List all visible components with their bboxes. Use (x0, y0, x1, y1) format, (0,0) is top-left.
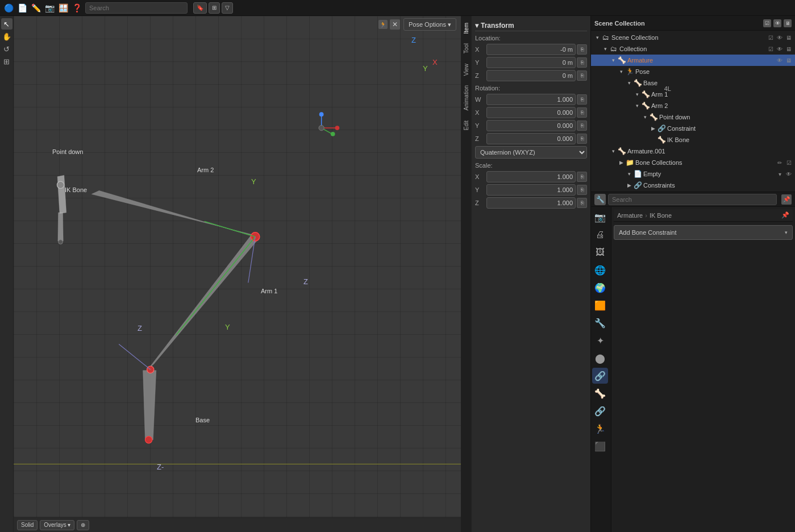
outliner-visibility-btn[interactable]: 👁 (773, 19, 781, 27)
pose-close-btn[interactable]: ✕ (390, 19, 400, 30)
constraint-icon-btn[interactable]: 🔗 (592, 368, 608, 384)
modifier-icon-btn[interactable]: 🔧 (592, 315, 608, 331)
scale-z-input[interactable] (486, 197, 576, 209)
tab-animation[interactable]: Animation (462, 81, 471, 115)
top-search-input[interactable] (85, 2, 188, 14)
tree-constraints[interactable]: ▶ 🔗 Constraints (591, 180, 795, 191)
boneconstraint-icon-btn[interactable]: 🔗 (592, 403, 608, 419)
eye-icon-arm[interactable]: 👁 (776, 56, 784, 64)
tree-ikbone[interactable]: 🦴 IK Bone (591, 134, 795, 146)
rotation-z-input[interactable] (486, 133, 576, 144)
scale-y-input[interactable] (486, 184, 576, 196)
viewport-shading-btn[interactable]: Solid (17, 520, 38, 530)
tab-edit[interactable]: Edit (462, 116, 471, 135)
arrow-pointdown: ▾ (641, 114, 649, 120)
outliner-render-btn[interactable]: 🖥 (784, 19, 792, 27)
tree-bonecollections[interactable]: ▶ 📁 Bone Collections ✏ ☑ (591, 157, 795, 168)
screen-icon-scene[interactable]: 🖥 (785, 34, 793, 41)
action-icon-btn[interactable]: 🏃 (592, 421, 608, 437)
location-x-copy[interactable]: ⎘ (577, 44, 587, 55)
rotation-z-row: Z ⎘ (475, 133, 587, 144)
move-tool-icon[interactable]: ↖ (1, 18, 13, 30)
tab-item[interactable]: Item (462, 18, 471, 38)
props-pin-btn[interactable]: 📌 (781, 194, 792, 205)
eye-icon-col[interactable]: 👁 (776, 45, 784, 53)
scale-x-copy[interactable]: ⎘ (577, 172, 587, 182)
rotation-w-copy[interactable]: ⎘ (577, 94, 587, 105)
viewlayer-icon-btn[interactable]: 🖼 (592, 244, 608, 260)
tree-scene-collection[interactable]: ▾ 🗂 Scene Collection ☑ 👁 🖥 (591, 32, 795, 43)
tree-pointdown[interactable]: ▾ 🦴 Point down (591, 111, 795, 123)
rotate-icon[interactable]: ↺ (1, 43, 13, 55)
viewport-overlay-btn[interactable]: Overlays ▾ (40, 520, 74, 530)
filter-icon-col[interactable]: ☑ (767, 45, 775, 53)
location-x-input[interactable] (486, 44, 576, 55)
add-bone-constraint-btn[interactable]: Add Bone Constraint ▾ (614, 225, 793, 240)
viewport-gizmo-btn[interactable]: ⊕ (77, 520, 89, 530)
screen-icon-arm[interactable]: 🖥 (785, 56, 793, 64)
grid-background (14, 16, 461, 532)
hand-tool-icon[interactable]: ✋ (1, 31, 13, 42)
scale-z-copy[interactable]: ⎘ (577, 198, 587, 208)
pose-options-label: Pose Options (409, 21, 446, 28)
tree-pose[interactable]: ▾ 🏃 Pose (591, 66, 795, 77)
eye-icon-scene[interactable]: 👁 (776, 34, 784, 41)
tree-collection[interactable]: ▾ 🗂 Collection ☑ 👁 🖥 (591, 43, 795, 55)
rotation-x-copy[interactable]: ⎘ (577, 107, 587, 118)
edit-icon-bc[interactable]: ✏ (776, 159, 784, 167)
grid-icon[interactable]: ⊞ (1, 56, 13, 67)
tree-armature[interactable]: ▾ 🦴 Armature 👁 🖥 (591, 55, 795, 66)
tree-armature001[interactable]: ▾ 🦴 Armature.001 (591, 146, 795, 157)
bookmark-btn[interactable]: 🔖 (193, 2, 207, 14)
render-icon-btn[interactable]: 📷 (592, 209, 608, 225)
breadcrumb-pin-btn[interactable]: 📌 (781, 211, 789, 219)
filter-icon-bc[interactable]: ☑ (785, 159, 793, 167)
world-icon-btn[interactable]: 🌍 (592, 280, 608, 296)
tree-base[interactable]: ▾ 🦴 Base (591, 77, 795, 89)
location-z-input[interactable] (486, 70, 576, 81)
tree-arm2[interactable]: ▾ 🦴 Arm 2 (591, 100, 795, 111)
rotation-x-input[interactable] (486, 107, 576, 118)
objectdata-icon-btn[interactable]: 🦴 (592, 385, 608, 401)
props-search-input[interactable] (608, 194, 777, 205)
render-icon-top[interactable]: 📷 (44, 3, 55, 13)
rotation-w-input[interactable] (486, 94, 576, 105)
tree-cylinder[interactable]: ⬡ Cylinder ⬡ 👁 🖥 (591, 191, 795, 192)
physics-icon-btn[interactable]: ⬤ (592, 350, 608, 366)
quaternion-select[interactable]: Quaternion (WXYZ) (475, 146, 587, 159)
pose-options-btn[interactable]: Pose Options ▾ (403, 18, 456, 31)
arrow-constraints: ▶ (625, 182, 633, 188)
rotation-z-copy[interactable]: ⎘ (577, 134, 587, 144)
window-icon[interactable]: 🪟 (58, 3, 68, 13)
tab-tool[interactable]: Tool (462, 39, 471, 58)
tree-arm1[interactable]: ▾ 🦴 Arm 1 (591, 89, 795, 100)
filter-icon-scene[interactable]: ☑ (767, 34, 775, 41)
screen-icon-col[interactable]: 🖥 (785, 45, 793, 53)
help-icon[interactable]: ❓ (72, 3, 82, 13)
edit-icon[interactable]: ✏️ (31, 3, 41, 13)
scale-x-input[interactable] (486, 171, 576, 182)
location-y-input[interactable] (486, 57, 576, 68)
location-y-copy[interactable]: ⎘ (577, 57, 587, 68)
output-icon-btn[interactable]: 🖨 (592, 227, 608, 243)
rotation-y-input[interactable] (486, 120, 576, 131)
tab-view[interactable]: View (462, 59, 471, 81)
rotation-y-copy[interactable]: ⎘ (577, 120, 587, 131)
dropdown-icon-empty[interactable]: ▾ (776, 170, 784, 178)
tool-icon-btn[interactable]: ⬛ (592, 438, 608, 454)
location-z-copy[interactable]: ⎘ (577, 70, 587, 81)
object-icon-btn[interactable]: 🟧 (592, 297, 608, 313)
particles-icon-btn[interactable]: ✦ (592, 332, 608, 348)
file-icon[interactable]: 📄 (17, 3, 27, 13)
scale-y-copy[interactable]: ⎘ (577, 185, 587, 195)
filter-btn[interactable]: ▽ (222, 2, 233, 14)
layout-btn[interactable]: ⊞ (209, 2, 220, 14)
blender-logo[interactable]: 🔵 (3, 3, 14, 13)
scene-icon-btn[interactable]: 🌐 (592, 262, 608, 278)
eye-icon-empty[interactable]: 👁 (785, 170, 793, 178)
right-panel: Scene Collection ☑ 👁 🖥 ▾ 🗂 Scene Collect… (590, 16, 795, 532)
outliner-filter-btn[interactable]: ☑ (763, 19, 771, 27)
viewport[interactable]: Point down IK Bone Arm 2 Arm 1 Base Y Z … (14, 16, 461, 532)
tree-constraint[interactable]: ▶ 🔗 Constraint (591, 123, 795, 134)
tree-empty[interactable]: ▾ 📄 Empty ▾ 👁 (591, 168, 795, 180)
